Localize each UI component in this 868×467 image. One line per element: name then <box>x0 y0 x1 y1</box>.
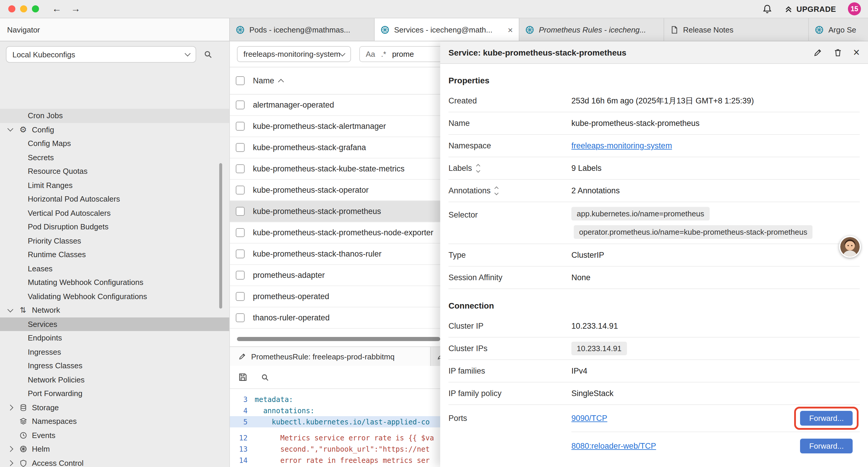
detail-label: Created <box>448 96 571 105</box>
forward-button-9090[interactable]: Forward... <box>800 411 852 426</box>
sidebar-item-priority-classes[interactable]: Priority Classes <box>0 234 229 248</box>
upgrade-button[interactable]: UPGRADE <box>784 4 836 13</box>
tab-close-icon[interactable]: × <box>507 25 513 35</box>
chevron-down-icon <box>339 50 345 56</box>
service-name: kube-prometheus-stack-prometheus-node-ex… <box>253 228 433 237</box>
row-checkbox[interactable] <box>236 185 245 195</box>
row-checkbox[interactable] <box>236 164 245 173</box>
sidebar-item-config[interactable]: ⚙ Config <box>0 123 229 137</box>
back-button[interactable]: ← <box>52 4 61 13</box>
row-checkbox[interactable] <box>236 292 245 301</box>
sidebar-item-limit-ranges[interactable]: Limit Ranges <box>0 178 229 192</box>
sidebar-scrollbar[interactable] <box>219 163 222 309</box>
tab-release-notes[interactable]: Release Notes <box>664 18 809 41</box>
row-checkbox[interactable] <box>236 207 245 216</box>
editor-search-icon[interactable] <box>260 373 270 382</box>
gear-icon: ⚙ <box>19 126 27 134</box>
window-controls <box>8 5 39 12</box>
forward-button[interactable]: → <box>71 4 80 13</box>
detail-value: SingleStack <box>571 389 614 398</box>
tab-label: Services - icecheng@math... <box>394 25 493 34</box>
sidebar-item-pod-disruption-budgets[interactable]: Pod Disruption Budgets <box>0 220 229 234</box>
sidebar-item-config-maps[interactable]: Config Maps <box>0 137 229 150</box>
row-checkbox[interactable] <box>236 228 245 237</box>
row-checkbox[interactable] <box>236 271 245 280</box>
row-checkbox[interactable] <box>236 143 245 152</box>
sidebar-item-label: Leases <box>28 264 53 273</box>
sidebar-item-horizontal-pod-autoscalers[interactable]: Horizontal Pod Autoscalers <box>0 192 229 206</box>
zoom-window-button[interactable] <box>32 5 39 12</box>
detail-value: kube-prometheus-stack-prometheus <box>571 119 700 128</box>
sidebar-item-label: Port Forwarding <box>28 389 83 398</box>
row-checkbox[interactable] <box>236 250 245 258</box>
sidebar-item-events[interactable]: Events <box>0 428 229 442</box>
sidebar-item-port-forwarding[interactable]: Port Forwarding <box>0 387 229 401</box>
sidebar-item-runtime-classes[interactable]: Runtime Classes <box>0 248 229 262</box>
section-heading-connection: Connection <box>448 301 860 310</box>
sidebar-item-endpoints[interactable]: Endpoints <box>0 331 229 345</box>
tab-pods[interactable]: Pods - icecheng@mathmas... <box>230 18 375 41</box>
service-name: prometheus-operated <box>253 292 329 301</box>
kubernetes-icon <box>236 25 245 34</box>
delete-trash-icon[interactable] <box>833 48 843 57</box>
sidebar-item-label: Resource Quotas <box>28 167 88 176</box>
sidebar-item-storage[interactable]: Storage <box>0 401 229 414</box>
sidebar-item-access-control[interactable]: Access Control <box>0 456 229 467</box>
service-name: prometheus-adapter <box>253 271 325 280</box>
sidebar-item-secrets[interactable]: Secrets <box>0 150 229 164</box>
sidebar-item-cron-jobs[interactable]: Cron Jobs <box>0 109 229 123</box>
kubeconfig-selector[interactable]: Local Kubeconfigs <box>6 46 196 63</box>
service-name: kube-prometheus-stack-alertmanager <box>253 122 386 130</box>
sidebar-item-label: Pod Disruption Budgets <box>28 223 108 231</box>
expand-annotations-toggle[interactable] <box>495 187 498 194</box>
expand-labels-toggle[interactable] <box>477 165 479 171</box>
sidebar-item-validating-webhook-configurations[interactable]: Validating Webhook Configurations <box>0 289 229 303</box>
detail-panel-actions: × <box>813 47 860 58</box>
regex-toggle[interactable]: .* <box>381 50 386 59</box>
port-link-8080[interactable]: 8080:reloader-web/TCP <box>571 441 656 450</box>
forward-button-8080[interactable]: Forward... <box>800 438 852 453</box>
sidebar-item-mutating-webhook-configurations[interactable]: Mutating Webhook Configurations <box>0 275 229 289</box>
sidebar-item-services[interactable]: Services <box>0 317 229 331</box>
dock-tab-prometheusrule[interactable]: PrometheusRule: freeleaps-prod-rabbitmq <box>230 347 431 366</box>
notifications-bell-icon[interactable] <box>762 4 772 14</box>
row-checkbox[interactable] <box>236 313 245 322</box>
row-checkbox[interactable] <box>236 100 245 109</box>
namespace-filter-dropdown[interactable]: freeleaps-monitoring-system <box>237 46 351 62</box>
sidebar-item-network-policies[interactable]: Network Policies <box>0 373 229 387</box>
port-link-9090[interactable]: 9090/TCP <box>571 414 608 423</box>
detail-row-session-affinity: Session Affinity None <box>448 267 860 289</box>
tab-services[interactable]: Services - icecheng@math... × <box>375 18 519 41</box>
namespace-link[interactable]: freeleaps-monitoring-system <box>571 141 672 150</box>
sidebar-item-label: Network <box>32 306 60 315</box>
close-window-button[interactable] <box>8 5 16 12</box>
column-header-name[interactable]: Name <box>253 76 283 85</box>
save-icon[interactable] <box>238 372 248 382</box>
row-checkbox[interactable] <box>236 122 245 130</box>
sidebar-item-vertical-pod-autoscalers[interactable]: Vertical Pod Autoscalers <box>0 206 229 220</box>
detail-row-type: Type ClusterIP <box>448 244 860 267</box>
horizontal-scrollbar[interactable] <box>237 337 440 341</box>
match-case-toggle[interactable]: Aa <box>366 50 375 59</box>
search-input[interactable]: Aa .* prome <box>359 46 448 62</box>
sidebar-item-label: Validating Webhook Configurations <box>28 292 147 301</box>
user-avatar[interactable] <box>839 236 861 258</box>
sidebar-search-icon[interactable] <box>203 50 213 59</box>
sidebar-item-network[interactable]: ⇅ Network <box>0 303 229 317</box>
kubeconfig-selector-value: Local Kubeconfigs <box>12 50 75 59</box>
sidebar-item-ingresses[interactable]: Ingresses <box>0 345 229 359</box>
sidebar-item-resource-quotas[interactable]: Resource Quotas <box>0 164 229 178</box>
sidebar-item-label: Access Control <box>32 459 84 467</box>
sidebar-item-ingress-classes[interactable]: Ingress Classes <box>0 359 229 373</box>
sidebar-item-helm[interactable]: Helm <box>0 442 229 456</box>
notification-count-badge[interactable]: 15 <box>848 2 861 16</box>
sidebar-item-namespaces[interactable]: Namespaces <box>0 414 229 428</box>
tab-argo[interactable]: Argo Se <box>809 18 868 41</box>
detail-value: 9 Labels <box>571 164 601 173</box>
close-icon[interactable]: × <box>853 47 860 58</box>
select-all-checkbox[interactable] <box>236 76 245 85</box>
tab-prometheus-rules[interactable]: Prometheus Rules - icecheng... <box>519 18 664 41</box>
sidebar-item-leases[interactable]: Leases <box>0 262 229 275</box>
edit-pencil-icon[interactable] <box>813 48 823 57</box>
minimize-window-button[interactable] <box>20 5 27 12</box>
